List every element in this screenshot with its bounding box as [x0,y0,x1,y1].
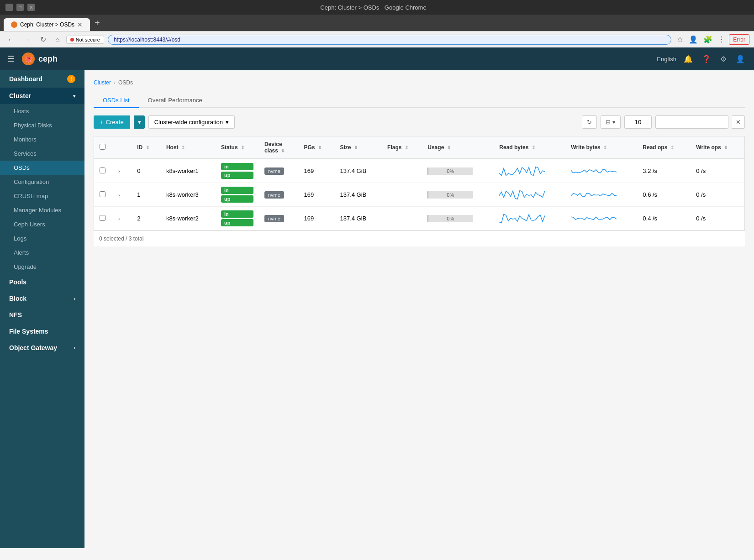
cluster-config-dropdown[interactable]: Cluster-wide configuration ▾ [148,115,235,129]
profile-icon[interactable]: 👤 [687,34,700,45]
select-all-header[interactable] [94,136,111,159]
sidebar-item-physical-disks[interactable]: Physical Disks [0,118,84,132]
back-button[interactable]: ← [5,35,17,45]
usage-col-header[interactable]: Usage ⇕ [422,136,494,159]
dashboard-badge: ! [67,75,75,83]
search-input[interactable] [655,115,728,129]
read-ops-col-header[interactable]: Read ops ⇕ [637,136,691,159]
sidebar-item-hosts[interactable]: Hosts [0,104,84,118]
row-checkbox-cell[interactable] [94,159,111,183]
tab-osds-list[interactable]: OSDs List [94,93,139,108]
row-checkbox-cell[interactable] [94,183,111,207]
breadcrumb-separator: › [114,79,116,86]
reload-button[interactable]: ↻ [37,34,49,45]
forward-button[interactable]: → [21,35,34,45]
expand-cell[interactable]: › [111,183,132,207]
language-selector[interactable]: English [657,56,676,63]
menu-icon[interactable]: ⋮ [716,34,727,45]
bell-icon[interactable]: 🔔 [682,53,695,65]
new-tab-button[interactable]: + [90,15,105,31]
host-cell: k8s-worker2 [161,207,216,230]
sidebar-item-nfs[interactable]: NFS [0,307,84,323]
create-dropdown-arrow[interactable]: ▾ [134,115,145,129]
create-button[interactable]: + Create [94,115,130,129]
file-systems-label: File Systems [9,328,48,335]
active-tab[interactable]: Ceph: Cluster > OSDs ✕ [4,18,90,31]
sidebar-item-file-systems[interactable]: File Systems [0,323,84,340]
clear-search-button[interactable]: ✕ [732,115,745,129]
status-col-header[interactable]: Status ⇕ [216,136,259,159]
host-col-header[interactable]: Host ⇕ [161,136,216,159]
id-col-header[interactable]: ID ⇕ [132,136,161,159]
url-input[interactable] [108,35,671,45]
top-nav: ☰ 🐙 ceph English 🔔 ❓ ⚙ 👤 [0,47,754,70]
sidebar-item-object-gateway[interactable]: Object Gateway › [0,340,84,356]
sidebar-item-crush-map[interactable]: CRUSH map [0,189,84,203]
expand-button[interactable]: › [116,167,122,175]
row-checkbox-cell[interactable] [94,207,111,230]
pgs-col-header[interactable]: PGs ⇕ [298,136,334,159]
write-ops-sort-icon: ⇕ [724,145,728,150]
row-checkbox[interactable] [100,167,105,173]
write-ops-col-header[interactable]: Write ops ⇕ [691,136,744,159]
help-icon[interactable]: ❓ [700,53,713,65]
object-gateway-label: Object Gateway [9,344,57,351]
sidebar-section-cluster[interactable]: Cluster ▾ [0,88,84,104]
device-class-badge: nvme [264,167,284,175]
sidebar-item-services[interactable]: Services [0,147,84,161]
maximize-btn[interactable]: □ [16,4,24,11]
sidebar-item-dashboard[interactable]: Dashboard ! [0,70,84,88]
error-button[interactable]: Error [729,34,749,45]
sidebar-item-upgrade[interactable]: Upgrade [0,260,84,274]
sidebar-item-logs[interactable]: Logs [0,231,84,246]
sidebar-item-alerts[interactable]: Alerts [0,246,84,260]
user-icon[interactable]: 👤 [734,53,747,65]
sidebar-item-block[interactable]: Block › [0,290,84,307]
sidebar-item-manager-modules[interactable]: Manager Modules [0,203,84,217]
usage-cell: 0% [422,207,494,230]
status-cell: in up [216,207,259,230]
usage-bar: 0% [427,191,473,199]
columns-button[interactable]: ⊞ ▾ [601,115,621,129]
main-layout: Dashboard ! Cluster ▾ Hosts Physical Dis… [0,70,754,548]
home-button[interactable]: ⌂ [53,35,63,45]
expand-cell[interactable]: › [111,207,132,230]
table-row: › 1 k8s-worker3 in up nvme 169 137.4 GiB… [94,183,745,207]
sidebar-item-monitors[interactable]: Monitors [0,132,84,147]
sidebar-item-ceph-users[interactable]: Ceph Users [0,217,84,231]
security-badge[interactable]: Not secure [66,36,104,44]
row-checkbox[interactable] [100,215,105,221]
host-sort-icon: ⇕ [181,145,185,150]
close-tab-icon[interactable]: ✕ [77,21,83,28]
expand-cell[interactable]: › [111,159,132,183]
select-all-checkbox[interactable] [100,144,105,150]
refresh-button[interactable]: ↻ [582,115,597,129]
sidebar-item-osds[interactable]: OSDs [0,161,84,175]
brand-icon: 🐙 [22,52,35,65]
hamburger-icon[interactable]: ☰ [7,54,15,64]
device-class-col-header[interactable]: Deviceclass ⇕ [259,136,299,159]
sidebar-item-pools[interactable]: Pools [0,274,84,290]
per-page-input[interactable] [624,115,652,129]
usage-text: 0% [427,215,473,222]
close-btn[interactable]: ✕ [27,4,35,11]
size-col-header[interactable]: Size ⇕ [334,136,382,159]
flags-col-header[interactable]: Flags ⇕ [382,136,422,159]
extensions-icon[interactable]: 🧩 [701,34,714,45]
logs-label: Logs [14,235,26,242]
bookmark-icon[interactable]: ☆ [675,34,685,45]
expand-button[interactable]: › [116,215,122,222]
settings-icon[interactable]: ⚙ [718,53,728,65]
sidebar-item-configuration[interactable]: Configuration [0,175,84,189]
row-checkbox[interactable] [100,191,105,197]
tab-overall-performance[interactable]: Overall Performance [139,93,211,108]
write-bytes-col-header[interactable]: Write bytes ⇕ [565,136,637,159]
read-bytes-col-header[interactable]: Read bytes ⇕ [494,136,565,159]
breadcrumb-cluster[interactable]: Cluster [94,79,111,86]
browser-chrome: — □ ✕ Ceph: Cluster > OSDs - Google Chro… [0,0,754,47]
window-controls[interactable]: — □ ✕ [5,4,35,11]
minimize-btn[interactable]: — [5,4,13,11]
device-class-badge: nvme [264,215,284,222]
id-cell: 2 [132,207,161,230]
expand-button[interactable]: › [116,191,122,199]
